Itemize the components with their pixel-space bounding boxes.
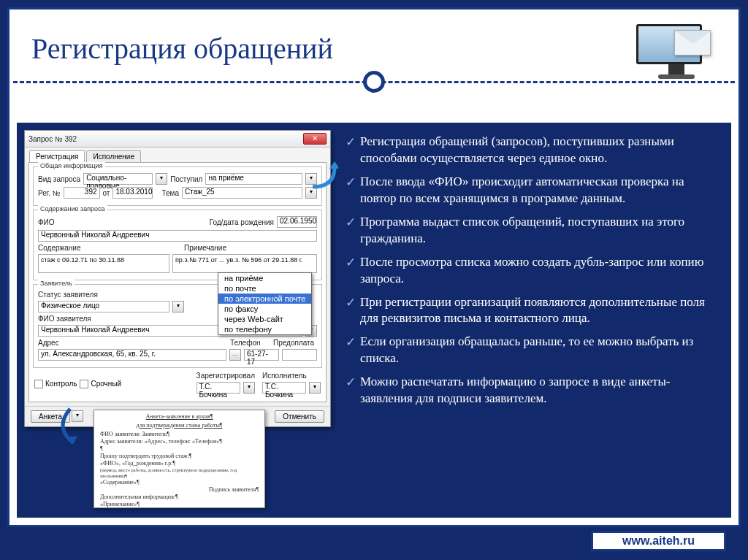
bullet-text: После просмотра списка можно создать дуб… [360,254,713,288]
slide-title: Регистрация обращений [31,31,717,66]
tab-execution[interactable]: Исполнение [86,150,141,162]
window-title: Запрос № 392 [28,135,77,143]
checkbox-kontrol[interactable]: Контроль [34,380,77,388]
chevron-down-icon[interactable]: ▾ [172,301,184,312]
bullet-text: После ввода «ФИО» происходит автоматичес… [360,174,713,207]
dropdown-postupil[interactable]: на приёме по почте по электронной почте … [218,272,312,335]
input-fio[interactable]: Червонный Николай Андреевич [38,230,317,242]
label-primech: Примечание [184,244,226,252]
input-tel[interactable]: 61-27-17 [244,349,279,361]
dropdown-option[interactable]: по факсу [218,304,311,314]
textarea-soderzhanie[interactable]: стаж с 09.12.71 по 30.11.88 [38,254,169,273]
input-tema[interactable]: Стаж_25 [182,187,302,199]
label-predop: Предоплата [273,339,317,347]
check-icon: ✓ [346,255,356,288]
chevron-down-icon[interactable]: ▾ [243,382,255,394]
tab-registration[interactable]: Регистрация [29,150,85,162]
input-dob[interactable]: 02.06.1950 [277,216,317,228]
check-icon: ✓ [346,334,356,367]
label-fio-zayav: ФИО заявителя [38,315,91,323]
close-button[interactable]: ✕ [303,133,327,145]
anketa-preview: Анкета-заявление в архив¶ для подтвержде… [94,410,265,508]
label-tel: Телефон [230,339,270,347]
dropdown-option[interactable]: через Web-сайт [218,314,311,324]
input-postupil[interactable]: на приёме [205,173,302,185]
input-addr[interactable]: ул. Александровская, 65, кв. 25, г. [38,349,226,361]
check-icon: ✓ [346,295,356,328]
dropdown-option[interactable]: на приёме [218,273,311,283]
label-reg-no: Рег. № [38,189,61,197]
input-status[interactable]: Физическое лицо [38,301,169,312]
dropdown-option[interactable]: по телефону [218,324,311,334]
input-reg-no[interactable]: 392 [64,187,100,199]
bullet-text: Программа выдаст список обращений, посту… [360,214,713,248]
label-fio: ФИО [38,218,55,226]
divider [13,69,735,94]
label-dob: Год/дата рождения [210,218,274,226]
input-predop[interactable] [282,349,317,361]
label-vid-zaprosa: Вид запроса [38,175,80,183]
check-icon: ✓ [346,215,356,248]
svg-marker-0 [329,161,338,169]
envelope-icon [674,30,711,55]
fieldset-applicant: Заявитель [38,280,75,287]
label-zareg: Зарегистрировал [196,372,255,380]
label-addr: Адрес [38,339,59,347]
textarea-primech[interactable]: пр.з.№ 771 от ... ув.з. № 596 от 29.11.8… [172,254,317,273]
check-icon: ✓ [346,375,356,407]
label-ispol: Исполнитель [262,372,321,380]
label-soderzhanie: Содержание [38,244,80,252]
bullet-text: Если организация обращалась раньше, то е… [360,334,713,367]
bullet-text: Можно распечатать информацию о запросе в… [360,374,713,407]
check-icon: ✓ [346,174,356,207]
label-postupil: Поступил [170,175,202,183]
label-ot: от [103,189,110,197]
check-icon: ✓ [346,134,356,167]
bullet-text: При регистрации организаций появляются д… [360,294,713,328]
ellipsis-icon[interactable]: … [229,349,241,361]
checkbox-srochny[interactable]: Срочный [80,380,121,388]
bullet-text: Регистрация обращений (запросов), поступ… [360,134,713,167]
label-tema: Тема [161,189,179,197]
fieldset-content: Содержание запроса [38,205,107,212]
chevron-down-icon[interactable]: ▾ [156,173,167,185]
input-vid-zaprosa[interactable]: Социально-правовые [83,173,153,185]
arrow-icon [309,161,338,191]
footer-url: www.aiteh.ru [591,531,726,551]
dropdown-option[interactable]: по почте [218,283,311,294]
input-zareg[interactable]: Т.С. Бочкина [196,382,240,394]
input-date[interactable]: 18.03.2010 [112,187,153,199]
label-status: Статус заявителя [38,291,98,299]
cancel-button[interactable]: Отменить [275,410,324,423]
chevron-down-icon[interactable]: ▾ [309,382,321,394]
arrow-icon [59,407,81,444]
fieldset-general: Общая информация [38,162,105,169]
dropdown-option[interactable]: по электронной почте [218,294,311,304]
input-ispol[interactable]: Т.С. Бочкина [262,382,306,394]
